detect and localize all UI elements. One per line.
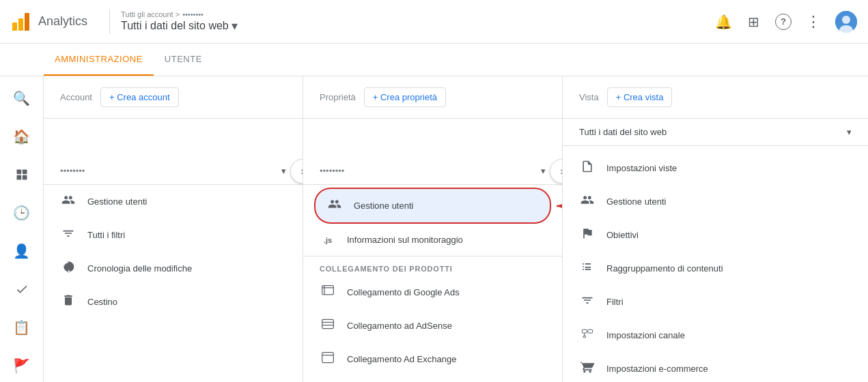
channel-settings-icon — [579, 327, 596, 344]
view-dropdown-row: Tutti i dati del sito web ▾ — [563, 119, 868, 146]
svg-rect-27 — [583, 329, 587, 333]
view-dropdown[interactable]: Tutti i dati del sito web ▾ — [579, 124, 852, 140]
ad-exchange-link-item[interactable]: Collegamento Ad Exchange — [303, 342, 562, 376]
bell-icon[interactable]: 🔔 — [715, 14, 731, 30]
account-user-management-item[interactable]: Gestione utenti — [44, 185, 303, 218]
view-dropdown-value: Tutti i dati del sito web — [579, 127, 667, 137]
account-dropdown-value: •••••••• — [60, 166, 85, 176]
view-settings-icon — [579, 160, 596, 177]
view-ecommerce-label: Impostazioni e-commerce — [606, 364, 708, 374]
property-chevron-down-icon: ▾ — [541, 166, 546, 176]
ecommerce-icon — [579, 360, 596, 377]
view-ecommerce-item[interactable]: Impostazioni e-commerce — [563, 352, 868, 382]
app-header: Analytics Tutti gli account > •••••••• T… — [0, 0, 868, 44]
svg-point-4 — [842, 16, 850, 24]
all-products-item[interactable]: Tutti i prodotti — [303, 376, 562, 382]
svg-rect-28 — [588, 329, 593, 333]
account-trash-label: Cestino — [87, 297, 117, 307]
view-content-grouping-item[interactable]: Raggruppamento di contenuti — [563, 252, 868, 285]
breadcrumb-sub: •••••••• — [182, 10, 204, 18]
sidebar-search-icon[interactable]: 🔍 — [5, 82, 38, 115]
account-dropdown-row: •••••••• ▾ › — [44, 158, 303, 185]
view-settings-item[interactable]: Impostazioni viste — [563, 151, 868, 185]
svg-rect-0 — [12, 23, 17, 31]
content-grouping-icon — [579, 260, 596, 277]
chevron-down-icon: ▾ — [232, 18, 238, 33]
view-filters-item[interactable]: Filtri — [563, 285, 868, 319]
more-icon[interactable]: ⋮ — [805, 14, 822, 30]
sidebar-audience-icon[interactable]: 👤 — [5, 235, 38, 267]
left-sidebar: 🔍 🏠 🕒 👤 📋 🚩 — [0, 76, 44, 382]
svg-rect-19 — [322, 353, 334, 363]
avatar[interactable] — [835, 11, 857, 33]
create-property-button[interactable]: + Crea proprietà — [364, 87, 446, 107]
tab-utente[interactable]: UTENTE — [154, 44, 213, 76]
product-linking-section-label: COLLEGAMENTO DEI PRODOTTI — [303, 259, 562, 276]
property-dropdown-value: •••••••• — [320, 166, 344, 176]
account-filters-item[interactable]: Tutti i filtri — [44, 218, 303, 252]
js-icon: .js — [320, 236, 336, 244]
history-icon — [60, 260, 76, 277]
property-users-icon — [326, 197, 343, 214]
google-ads-link-item[interactable]: Collegamento di Google Ads — [303, 276, 562, 309]
property-dropdown-row: •••••••• ▾ › — [303, 158, 562, 185]
view-label: Vista — [579, 92, 599, 102]
view-filters-label: Filtri — [606, 297, 624, 307]
sidebar-reports-icon[interactable] — [5, 158, 38, 191]
view-users-item[interactable]: Gestione utenti — [563, 185, 868, 218]
svg-rect-16 — [322, 319, 334, 328]
svg-rect-1 — [18, 18, 23, 31]
annotation-arrow — [550, 192, 563, 220]
svg-rect-7 — [22, 170, 27, 175]
main-layout: 🔍 🏠 🕒 👤 📋 🚩 Account + Crea account •••••… — [0, 76, 868, 382]
breadcrumb-main[interactable]: Tutti i dati del sito web ▾ — [121, 18, 238, 33]
tab-amministrazione[interactable]: AMMINISTRAZIONE — [44, 44, 154, 76]
view-channel-settings-item[interactable]: Impostazioni canale — [563, 319, 868, 352]
filter-icon — [60, 226, 76, 244]
account-label: Account — [60, 92, 92, 102]
svg-rect-8 — [16, 175, 21, 180]
account-trash-item[interactable]: Cestino — [44, 285, 303, 319]
admin-content: Account + Crea account •••••••• ▾ › Impo… — [44, 76, 868, 382]
google-ads-icon — [320, 284, 336, 301]
adsense-label: Collegamento ad AdSense — [347, 321, 452, 331]
sidebar-home-icon[interactable]: 🏠 — [5, 120, 38, 153]
property-to-view-arrow: › — [550, 159, 563, 183]
breadcrumb-top: Tutti gli account > •••••••• — [121, 10, 238, 18]
sidebar-behavior-icon[interactable]: 📋 — [5, 311, 38, 344]
account-history-item[interactable]: Cronologia delle modifiche — [44, 252, 303, 285]
property-tracking-item[interactable]: .js Informazioni sul monitoraggio — [303, 226, 562, 253]
property-dropdown[interactable]: •••••••• ▾ — [320, 163, 546, 179]
sidebar-realtime-icon[interactable]: 🕒 — [5, 196, 38, 229]
property-user-management-item[interactable]: Gestione utenti — [314, 188, 551, 224]
view-menu: Impostazioni viste Gestione utenti Obiet… — [563, 146, 868, 382]
account-panel-header: Account + Crea account — [44, 76, 303, 119]
property-label: Proprietà — [320, 92, 356, 102]
svg-rect-30 — [583, 336, 585, 338]
account-dropdown[interactable]: •••••••• ▾ — [60, 163, 286, 179]
view-users-label: Gestione utenti — [606, 196, 666, 207]
adsense-icon — [320, 317, 336, 334]
sidebar-acquisition-icon[interactable] — [5, 273, 38, 306]
adsense-link-item[interactable]: Collegamento ad AdSense — [303, 309, 562, 342]
view-settings-label: Impostazioni viste — [606, 163, 677, 173]
google-ads-label: Collegamento di Google Ads — [347, 287, 460, 297]
view-goals-item[interactable]: Obiettivi — [563, 218, 868, 252]
goals-flag-icon — [579, 226, 596, 244]
analytics-logo-icon — [11, 12, 31, 32]
grid-icon[interactable]: ⊞ — [745, 14, 761, 30]
trash-icon — [60, 293, 76, 310]
property-panel-header: Proprietà + Crea proprietà — [303, 76, 562, 119]
property-tracking-label: Informazioni sul monitoraggio — [347, 235, 463, 245]
view-chevron-down-icon: ▾ — [847, 127, 852, 137]
account-filters-label: Tutti i filtri — [87, 230, 125, 240]
sidebar-conversions-icon[interactable]: 🚩 — [5, 349, 38, 382]
view-filter-icon — [579, 293, 596, 310]
create-account-button[interactable]: + Crea account — [100, 87, 179, 107]
account-chevron-down-icon: ▾ — [281, 166, 286, 176]
create-view-button[interactable]: + Crea vista — [607, 87, 673, 107]
account-users-label: Gestione utenti — [87, 196, 147, 207]
header-actions: 🔔 ⊞ ? ⋮ — [715, 11, 857, 33]
help-icon[interactable]: ? — [775, 14, 792, 30]
property-users-label: Gestione utenti — [354, 201, 413, 211]
